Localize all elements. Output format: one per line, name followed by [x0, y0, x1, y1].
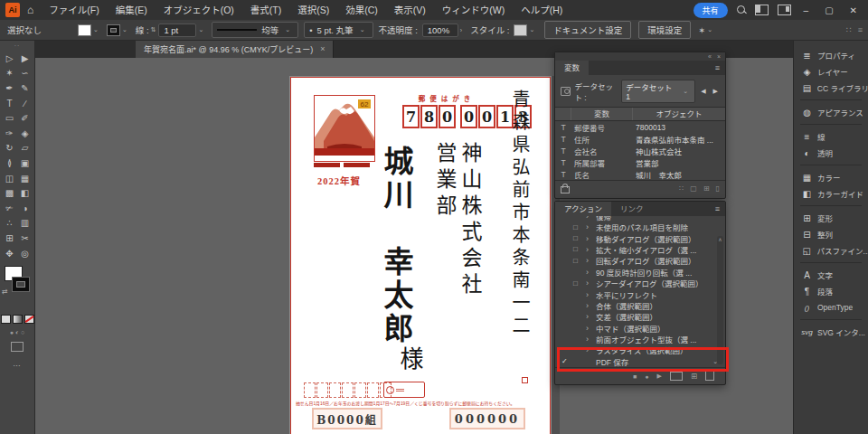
menu-object[interactable]: オブジェクト(O) — [156, 0, 242, 20]
change-screen-mode-icon[interactable] — [11, 342, 24, 352]
action-row[interactable]: › 交差（選択範囲） — [555, 311, 725, 322]
panel-button-color-guide[interactable]: ◧カラーガイド — [794, 185, 868, 202]
tab-actions[interactable]: アクション — [555, 202, 611, 216]
expand-icon[interactable]: › — [586, 256, 596, 265]
panel-button-character[interactable]: A文字 — [794, 267, 868, 283]
tab-links[interactable]: リンク — [611, 202, 653, 216]
play-selection-icon[interactable]: ▶ — [656, 373, 661, 380]
tab-variables[interactable]: 変数 — [555, 61, 589, 75]
stroke-weight-value[interactable]: 1 pt — [158, 24, 196, 37]
postcard-artboard[interactable]: 郵便はがき 7800013 62 2022年賀 青森県弘前市本条南一二 神山株式… — [289, 76, 552, 434]
dialog-toggle-cell[interactable]: □ — [573, 234, 586, 242]
dock-grid-icon[interactable]: ∷ — [846, 25, 852, 34]
eraser-tool[interactable]: ◈ — [17, 126, 33, 141]
brush-definition[interactable]: • 5 pt. 丸筆 ⌄ — [304, 22, 373, 38]
variables-panel-menu-icon[interactable]: ≡ — [715, 63, 725, 72]
free-transform-tool[interactable]: ▣ — [17, 156, 33, 171]
lock-icon[interactable] — [561, 186, 570, 193]
dialog-toggle-cell[interactable]: □ — [573, 279, 586, 288]
shape-builder-tool[interactable]: ◫ — [2, 171, 17, 186]
dataset-select[interactable]: データセット 1 ⌄ — [621, 80, 695, 103]
expand-icon[interactable]: › — [586, 222, 596, 231]
symbol-sprayer-tool[interactable]: ∴ — [2, 216, 17, 231]
panel-button-opentype[interactable]: ()OpenType — [794, 299, 868, 316]
action-row[interactable]: □ › 回転ダイアログ（選択範囲） — [555, 255, 725, 266]
panel-button-paragraph[interactable]: ¶段落 — [794, 283, 868, 299]
recipient-department[interactable]: 営業部 — [434, 142, 455, 221]
mesh-tool[interactable]: ▩ — [2, 185, 17, 201]
make-dynamic-icon[interactable]: ∷ — [679, 184, 684, 193]
action-row[interactable]: › 水平にリフレクト — [555, 288, 725, 299]
preferences-button[interactable]: 環境設定 — [638, 21, 691, 39]
rotate-tool[interactable]: ↻ — [2, 141, 17, 156]
action-row[interactable]: › 合体（選択範囲） — [555, 300, 725, 311]
selection-tool[interactable]: ▶ — [17, 51, 33, 66]
panel-button-transparency[interactable]: ◐透明 — [794, 145, 868, 161]
menu-edit[interactable]: 編集(E) — [108, 0, 156, 20]
panel-button-svg-interactivity[interactable]: svgSVG インタ... — [794, 324, 868, 340]
curvature-tool[interactable]: ✎ — [17, 80, 33, 96]
workspace-switcher-icon[interactable] — [778, 5, 791, 15]
expand-icon[interactable]: › — [586, 312, 596, 321]
new-set-icon[interactable] — [670, 372, 683, 381]
variable-visibility-icon[interactable]: ▢ — [690, 184, 697, 193]
eyedropper-tool[interactable]: ✃ — [2, 201, 17, 216]
stop-playing-icon[interactable]: ■ — [633, 373, 637, 380]
scale-tool[interactable]: ▱ — [17, 141, 33, 156]
search-icon[interactable] — [737, 5, 746, 14]
action-row[interactable]: □ › シアーダイアログ（選択範囲） — [555, 278, 725, 288]
dialog-toggle-cell[interactable]: □ — [573, 223, 586, 231]
capture-dataset-icon[interactable] — [561, 87, 571, 96]
action-row-pdf-save[interactable]: ✓ PDF 保存 ⌄ — [555, 356, 725, 367]
tab-close-icon[interactable]: × — [320, 44, 325, 53]
stroke-chevron-icon[interactable]: ⌄ — [122, 26, 127, 33]
stroke-weight-stepper[interactable]: ⇅ — [151, 26, 156, 33]
variable-row[interactable]: T 氏名 城川 幸太郎 — [555, 168, 725, 180]
slice-tool[interactable]: ✂ — [17, 231, 33, 246]
fill-color-swatch[interactable] — [78, 24, 91, 36]
panel-button-align[interactable]: ⊟整列 — [794, 226, 868, 242]
menu-type[interactable]: 書式(T) — [242, 0, 289, 20]
edit-toolbar-more-icon[interactable]: … — [0, 359, 34, 368]
panel-close-icon[interactable]: × — [717, 53, 721, 60]
panel-button-layers[interactable]: ◈レイヤー — [794, 63, 868, 80]
toggle-check-icon[interactable]: ✓ — [561, 357, 573, 365]
line-segment-tool[interactable]: ∕ — [17, 96, 33, 111]
pencil-tool[interactable]: ✑ — [2, 126, 17, 141]
panel-button-stroke[interactable]: ≡線 — [794, 128, 868, 145]
action-row[interactable]: › ラスタライズ（選択範囲） — [555, 344, 725, 355]
expand-icon[interactable]: › — [586, 278, 596, 288]
expand-icon[interactable]: › — [586, 324, 596, 333]
arrange-documents-icon[interactable] — [755, 5, 769, 15]
action-row[interactable]: › 90 度反時計回り回転（選 ... — [555, 267, 725, 278]
gradient-mode-button[interactable] — [13, 315, 23, 324]
document-tab[interactable]: 年賀宛名面.ai* @ 94.96 % (CMYK/プレビュー) × — [136, 40, 334, 58]
recipient-company[interactable]: 神山株式会社 — [459, 142, 480, 299]
close-button[interactable]: ✕ — [846, 5, 861, 15]
opacity-value[interactable]: 100% — [422, 24, 458, 37]
none-mode-button[interactable] — [24, 315, 34, 324]
select-similar-chevron-icon[interactable]: ⌄ — [707, 26, 712, 33]
stroke-color-swatch[interactable] — [107, 24, 120, 36]
dock-menu-icon[interactable]: ≡ — [858, 25, 863, 34]
variable-row[interactable]: T 所属部署 営業部 — [555, 156, 725, 168]
paintbrush-tool[interactable]: ✐ — [17, 110, 33, 126]
action-row[interactable]: › 中マド（選択範囲） — [555, 323, 725, 334]
variable-row[interactable]: T 郵便番号 7800013 — [555, 121, 725, 133]
variable-row[interactable]: T 住所 青森県弘前市本条南 ... — [555, 133, 725, 145]
action-row[interactable]: □ › 移動ダイアログ（選択範囲） — [555, 232, 725, 243]
hand-tool[interactable]: ✥ — [2, 246, 17, 261]
drawing-mode-buttons[interactable]: ● ◐ ○ — [0, 329, 34, 335]
toolbar-grip[interactable]: .. — [0, 40, 34, 49]
expand-icon[interactable]: › — [586, 268, 596, 277]
actions-scrollbar[interactable]: ∧ — [717, 236, 723, 364]
expand-icon[interactable]: › — [586, 290, 596, 299]
fill-chevron-icon[interactable]: ⌄ — [93, 26, 99, 33]
minimize-button[interactable]: – — [800, 5, 813, 15]
panel-button-appearance[interactable]: ◍アピアランス — [794, 104, 868, 120]
artboard-tool[interactable]: ⊞ — [2, 231, 17, 246]
type-tool[interactable]: T — [2, 96, 17, 111]
style-chevron-icon[interactable]: ⌄ — [529, 26, 534, 33]
zoom-tool[interactable]: ◎ — [17, 246, 33, 261]
actions-panel-menu-icon[interactable]: ≡ — [715, 204, 725, 213]
